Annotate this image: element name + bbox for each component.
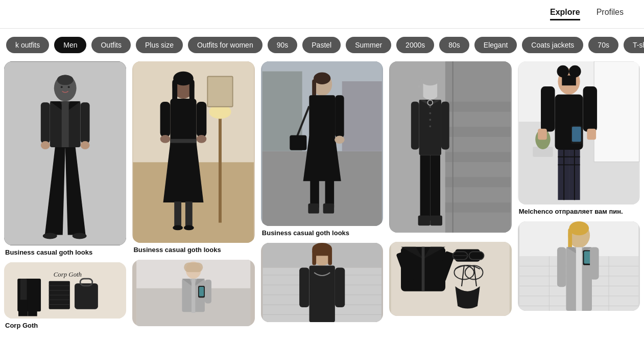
svg-rect-156	[558, 150, 569, 200]
svg-point-9	[43, 233, 57, 239]
svg-rect-44	[175, 201, 182, 226]
svg-point-46	[173, 225, 183, 230]
svg-rect-80	[335, 95, 344, 138]
svg-rect-45	[185, 201, 193, 226]
svg-rect-178	[576, 228, 584, 234]
pin-card[interactable]	[261, 243, 383, 325]
filter-pill-elegant[interactable]: Elegant	[474, 37, 517, 53]
pin-card[interactable]	[389, 61, 511, 236]
svg-point-50	[160, 135, 171, 143]
svg-rect-97	[335, 267, 345, 307]
svg-point-13	[41, 141, 50, 149]
filter-pill-men[interactable]: Men	[54, 37, 86, 53]
pin-label: Corp Goth	[4, 322, 126, 329]
svg-marker-43	[163, 143, 204, 202]
svg-marker-100	[445, 102, 511, 112]
tab-profiles[interactable]: Profiles	[597, 8, 624, 20]
pin-card[interactable]: Corp Goth	[4, 262, 126, 329]
pin-card[interactable]: Business casual goth looks	[132, 61, 254, 254]
svg-point-47	[184, 225, 194, 230]
pin-card[interactable]	[132, 260, 254, 329]
pin-card[interactable]	[518, 221, 640, 314]
svg-rect-79	[323, 203, 333, 214]
svg-point-2	[57, 75, 74, 85]
pin-card[interactable]: Melchenco отправляет вам пин.	[518, 61, 640, 215]
grid-col-5: Melchenco отправляет вам пин.	[518, 61, 640, 329]
grid-col-2: Business casual goth looks	[132, 61, 254, 329]
svg-rect-23	[75, 283, 98, 309]
svg-marker-102	[445, 152, 511, 162]
pin-card[interactable]: Business casual goth looks	[261, 61, 383, 237]
pin-label: Business casual goth looks	[132, 246, 254, 254]
filter-pill-2000s[interactable]: 2000s	[396, 37, 434, 53]
svg-marker-101	[445, 127, 511, 137]
svg-rect-119	[420, 155, 431, 220]
svg-rect-148	[562, 76, 576, 86]
header: Explore Profiles	[0, 0, 644, 29]
svg-point-70	[314, 72, 330, 84]
svg-rect-76	[310, 180, 319, 208]
svg-point-51	[197, 135, 207, 143]
svg-rect-150	[541, 86, 555, 131]
svg-rect-12	[81, 102, 90, 143]
svg-point-112	[430, 112, 432, 115]
pins-grid: Business casual goth looks Corp Goth	[0, 61, 644, 329]
svg-rect-60	[192, 279, 195, 313]
svg-rect-94	[312, 248, 332, 256]
svg-rect-68	[342, 81, 382, 151]
svg-rect-117	[411, 102, 419, 150]
svg-rect-78	[308, 203, 319, 214]
filter-pill-70s[interactable]: 70s	[588, 37, 618, 53]
svg-rect-11	[41, 102, 50, 143]
pin-card[interactable]: Business casual goth looks	[4, 61, 126, 256]
svg-rect-62	[199, 287, 204, 297]
svg-rect-155	[572, 127, 581, 142]
svg-point-14	[81, 141, 90, 149]
grid-col-4	[389, 61, 511, 329]
svg-rect-128	[422, 247, 425, 291]
svg-rect-63	[205, 280, 211, 303]
svg-rect-122	[418, 216, 431, 226]
svg-point-15	[61, 86, 63, 88]
tab-explore[interactable]: Explore	[550, 8, 580, 20]
filter-pill-t-shirts-tank-tops[interactable]: T-shirts tank to	[624, 37, 644, 53]
grid-col-3: Business casual goth looks	[261, 61, 383, 329]
svg-rect-95	[309, 266, 335, 322]
pin-label: Business casual goth looks	[261, 229, 383, 237]
svg-rect-153	[587, 129, 596, 140]
grid-col-1: Business casual goth looks Corp Goth	[4, 61, 126, 329]
filter-pill-outfits-for-women[interactable]: Outfits for women	[188, 37, 263, 53]
svg-rect-6	[62, 101, 69, 148]
svg-rect-96	[299, 267, 309, 307]
svg-rect-77	[325, 180, 334, 208]
svg-rect-123	[431, 216, 443, 226]
svg-rect-56	[184, 263, 203, 273]
svg-rect-133	[469, 252, 484, 259]
svg-rect-21	[18, 300, 28, 316]
filter-bar: k outfitsMenOutfitsPlus sizeOutfits for …	[0, 29, 644, 61]
filter-pill-pastel[interactable]: Pastel	[302, 37, 341, 53]
filter-pill-90s[interactable]: 90s	[268, 37, 298, 53]
svg-rect-42	[171, 139, 197, 143]
svg-rect-48	[160, 102, 171, 137]
svg-rect-22	[28, 300, 37, 316]
filter-pill-outfits[interactable]: Outfits	[91, 37, 130, 53]
svg-rect-152	[538, 129, 547, 140]
filter-pill-summer[interactable]: Summer	[346, 37, 391, 53]
svg-point-113	[430, 119, 432, 121]
svg-marker-104	[445, 202, 511, 213]
svg-rect-34	[219, 112, 222, 223]
filter-pill-plus-size[interactable]: Plus size	[136, 37, 183, 53]
filter-pill-k-outfits[interactable]: k outfits	[6, 37, 49, 53]
svg-point-111	[430, 106, 432, 108]
pin-label: Melchenco отправляет вам пин.	[518, 208, 640, 215]
svg-rect-151	[583, 86, 597, 131]
svg-point-114	[430, 125, 432, 127]
main-nav: Explore Profiles	[550, 8, 624, 20]
svg-marker-73	[303, 136, 341, 181]
filter-pill-coats-jackets[interactable]: Coats jackets	[522, 37, 583, 53]
filter-pill-80s[interactable]: 80s	[439, 37, 469, 53]
svg-rect-182	[576, 247, 582, 311]
pin-card[interactable]	[389, 242, 511, 319]
svg-marker-103	[445, 177, 511, 188]
